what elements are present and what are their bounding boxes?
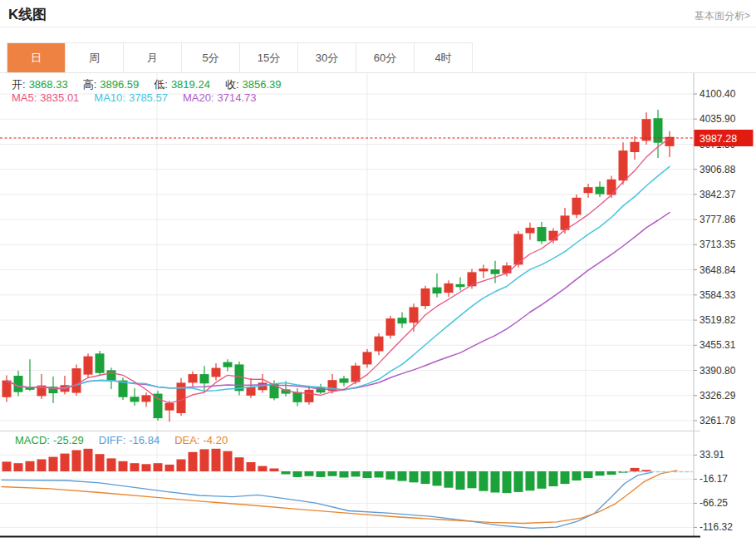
- svg-text:3906.88: 3906.88: [700, 164, 736, 175]
- macd-readout: MACD:-25.29DIFF:-16.84DEA:-4.20: [15, 434, 243, 446]
- readout-value: 3835.01: [40, 91, 79, 104]
- svg-text:3261.78: 3261.78: [700, 415, 736, 426]
- readout-value: 3868.33: [29, 78, 68, 91]
- readout-value: -25.29: [53, 434, 84, 446]
- svg-text:-66.25: -66.25: [700, 497, 728, 509]
- ma-lines: [7, 138, 670, 403]
- readout-label: 开:: [12, 78, 26, 91]
- readout-value: -4.20: [203, 434, 228, 446]
- readout-value: 3856.39: [243, 78, 282, 91]
- svg-text:3326.29: 3326.29: [700, 390, 736, 402]
- svg-text:3455.31: 3455.31: [700, 339, 736, 351]
- price-axis-labels: 4100.404035.903971.393906.883842.373777.…: [694, 88, 736, 533]
- readout-value: 3785.57: [129, 91, 168, 104]
- svg-text:3842.37: 3842.37: [700, 189, 736, 200]
- svg-text:3648.84: 3648.84: [700, 264, 736, 276]
- svg-text:3987.28: 3987.28: [700, 133, 737, 145]
- readout-label: 收:: [225, 78, 239, 91]
- readout-label: MACD:: [15, 434, 50, 446]
- svg-text:3519.82: 3519.82: [700, 314, 736, 326]
- readout-value: -16.84: [129, 434, 160, 446]
- readout-value: 3714.73: [218, 91, 257, 104]
- kline-page: K线图 基本面分析> 日周月5分15分30分60分4时 4100.404035.…: [0, 0, 756, 542]
- chart-borders: [0, 73, 700, 537]
- readout-label: 高:: [83, 78, 97, 91]
- readout-label: DEA:: [174, 434, 199, 446]
- svg-text:-116.32: -116.32: [700, 521, 733, 533]
- current-price-tag: 3987.28: [695, 130, 754, 146]
- svg-text:3390.80: 3390.80: [700, 365, 736, 377]
- ma-readout: MA5:3835.01MA10:3785.57MA20:3714.73: [12, 91, 272, 104]
- svg-text:-16.17: -16.17: [700, 473, 728, 485]
- readout-label: MA10:: [94, 91, 125, 104]
- readout-label: MA20:: [183, 91, 214, 104]
- readout-label: MA5:: [12, 91, 37, 104]
- svg-text:33.91: 33.91: [700, 449, 724, 461]
- svg-text:4035.90: 4035.90: [700, 113, 736, 125]
- readout-value: 3896.59: [100, 78, 139, 91]
- readout-value: 3819.24: [171, 78, 210, 91]
- svg-text:4100.40: 4100.40: [700, 88, 736, 100]
- readout-label: 低:: [154, 78, 168, 91]
- readout-label: DIFF:: [99, 434, 126, 446]
- svg-text:3777.86: 3777.86: [700, 214, 736, 225]
- svg-text:3713.35: 3713.35: [700, 239, 736, 250]
- svg-text:3584.33: 3584.33: [700, 289, 736, 301]
- ohlc-readout: 开:3868.33高:3896.59低:3819.24收:3856.39: [12, 77, 297, 92]
